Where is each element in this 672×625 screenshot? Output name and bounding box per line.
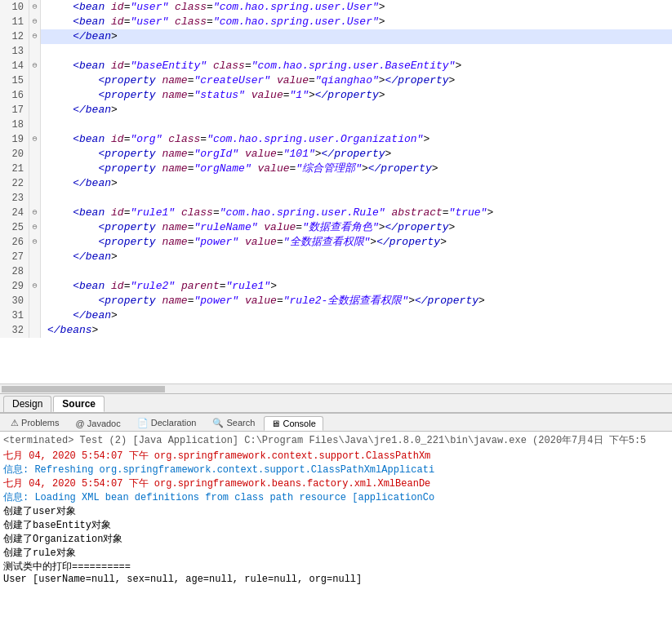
line-code-text: </bean> [41, 250, 672, 264]
line-marker [29, 73, 41, 88]
line-number: 22 [0, 176, 29, 191]
line-number: 30 [0, 294, 29, 308]
console-tab-bar: ⚠ Problems @ Javadoc 📄 Declaration 🔍 Sea… [0, 414, 672, 432]
line-code-text [41, 264, 672, 279]
console-log-line: 创建了baseEntity对象 [3, 518, 669, 532]
code-line: 23 [0, 191, 672, 206]
source-tab[interactable]: Source [53, 396, 105, 412]
line-marker [29, 264, 41, 279]
line-code-text: </bean> [41, 176, 672, 191]
code-line: 31 </bean> [0, 308, 672, 323]
code-line: 24⊖ <bean id="rule1" class="com.hao.spri… [0, 206, 672, 220]
line-marker: ⊖ [29, 235, 41, 250]
line-number: 25 [0, 220, 29, 235]
line-number: 29 [0, 279, 29, 294]
line-number: 27 [0, 250, 29, 264]
line-code-text: <property name="orgName" value="综合管理部"><… [41, 162, 672, 176]
line-number: 14 [0, 59, 29, 73]
line-code-text: <property name="ruleName" value="数据查看角色"… [41, 220, 672, 235]
line-number: 21 [0, 162, 29, 176]
code-line: 25⊖ <property name="ruleName" value="数据查… [0, 220, 672, 235]
design-tab[interactable]: Design [3, 396, 51, 412]
code-line: 12⊖ </bean> [0, 29, 672, 44]
line-number: 16 [0, 88, 29, 103]
line-number: 17 [0, 103, 29, 117]
javadoc-tab[interactable]: @ Javadoc [69, 416, 128, 431]
console-icon: 🖥 [271, 419, 283, 428]
code-line: 11⊖ <bean id="user" class="com.hao.sprin… [0, 15, 672, 29]
line-number: 32 [0, 323, 29, 338]
line-marker [29, 250, 41, 264]
code-lines: 10⊖ <bean id="user" class="com.hao.sprin… [0, 0, 672, 338]
line-number: 19 [0, 132, 29, 147]
problems-tab[interactable]: ⚠ Problems [3, 415, 67, 431]
code-line: 10⊖ <bean id="user" class="com.hao.sprin… [0, 0, 672, 15]
line-code-text: <bean id="user" class="com.hao.spring.us… [41, 0, 672, 15]
line-marker [29, 162, 41, 176]
line-code-text: <bean id="baseEntity" class="com.hao.spr… [41, 59, 672, 73]
console-terminated-line: <terminated> Test (2) [Java Application]… [3, 433, 669, 447]
console-log-line: User [userName=null, sex=null, age=null,… [3, 574, 669, 585]
declaration-tab[interactable]: 📄 Declaration [130, 415, 204, 431]
line-code-text: <property name="orgId" value="101"></pro… [41, 147, 672, 162]
line-marker: ⊖ [29, 0, 41, 15]
line-number: 11 [0, 15, 29, 29]
console-log-line: 创建了user对象 [3, 504, 669, 518]
line-marker [29, 294, 41, 308]
code-line: 20 <property name="orgId" value="101"></… [0, 147, 672, 162]
code-line: 30 <property name="power" value="rule2-全… [0, 294, 672, 308]
line-code-text: <bean id="org" class="com.hao.spring.use… [41, 132, 672, 147]
line-code-text: <bean id="rule1" class="com.hao.spring.u… [41, 206, 672, 220]
console-log-line: 创建了Organization对象 [3, 532, 669, 546]
design-source-tab-bar: Design Source [0, 393, 672, 413]
code-line: 15 <property name="createUser" value="qi… [0, 73, 672, 88]
problems-icon: ⚠ [11, 418, 21, 428]
line-number: 28 [0, 264, 29, 279]
line-marker: ⊖ [29, 29, 41, 44]
line-number: 26 [0, 235, 29, 250]
console-log-line: 创建了rule对象 [3, 546, 669, 560]
console-panel: ⚠ Problems @ Javadoc 📄 Declaration 🔍 Sea… [0, 413, 672, 625]
line-marker [29, 103, 41, 117]
line-number: 31 [0, 308, 29, 323]
line-code-text: <property name="status" value="1"></prop… [41, 88, 672, 103]
line-marker [29, 308, 41, 323]
line-number: 12 [0, 29, 29, 44]
line-marker: ⊖ [29, 59, 41, 73]
editor-area: 10⊖ <bean id="user" class="com.hao.sprin… [0, 0, 672, 393]
line-marker: ⊖ [29, 220, 41, 235]
line-marker: ⊖ [29, 279, 41, 294]
code-content[interactable]: 10⊖ <bean id="user" class="com.hao.sprin… [0, 0, 672, 383]
search-icon: 🔍 [212, 418, 226, 428]
line-code-text: <bean id="user" class="com.hao.spring.us… [41, 15, 672, 29]
code-line: 16 <property name="status" value="1"></p… [0, 88, 672, 103]
code-line: 18 [0, 117, 672, 132]
line-number: 10 [0, 0, 29, 15]
code-line: 14⊖ <bean id="baseEntity" class="com.hao… [0, 59, 672, 73]
line-code-text: </bean> [41, 29, 672, 44]
line-number: 15 [0, 73, 29, 88]
line-code-text: </bean> [41, 308, 672, 323]
line-code-text: <property name="power" value="全数据查看权限"><… [41, 235, 672, 250]
javadoc-icon: @ [76, 419, 87, 428]
search-tab[interactable]: 🔍 Search [205, 415, 262, 431]
line-marker [29, 117, 41, 132]
code-line: 29⊖ <bean id="rule2" parent="rule1"> [0, 279, 672, 294]
code-line: 19⊖ <bean id="org" class="com.hao.spring… [0, 132, 672, 147]
code-line: 17 </bean> [0, 103, 672, 117]
line-code-text: </beans> [41, 323, 672, 338]
line-marker [29, 88, 41, 103]
declaration-icon: 📄 [137, 418, 151, 428]
code-line: 32</beans> [0, 323, 672, 338]
line-marker: ⊖ [29, 206, 41, 220]
code-line: 21 <property name="orgName" value="综合管理部… [0, 162, 672, 176]
line-marker: ⊖ [29, 132, 41, 147]
console-tab[interactable]: 🖥 Console [264, 416, 323, 431]
code-line: 27 </bean> [0, 250, 672, 264]
line-code-text: </bean> [41, 103, 672, 117]
line-code-text: <property name="createUser" value="qiang… [41, 73, 672, 88]
scrollbar-thumb[interactable] [2, 386, 165, 392]
line-code-text [41, 117, 672, 132]
console-log-line: 七月 04, 2020 5:54:07 下午 org.springframewo… [3, 449, 669, 463]
horizontal-scrollbar[interactable] [0, 383, 672, 393]
